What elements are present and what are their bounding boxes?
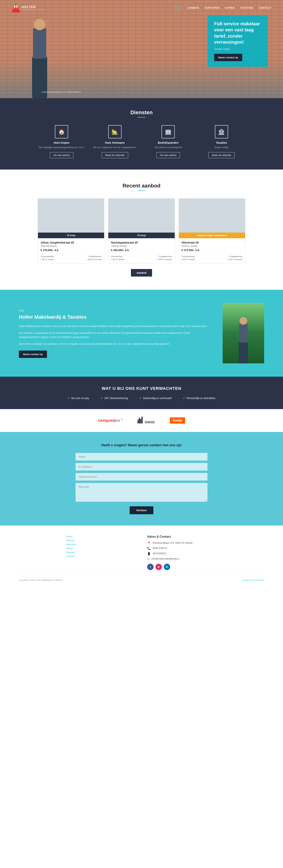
message-input[interactable] — [75, 483, 208, 502]
location-icon: 📍 — [147, 541, 151, 545]
dienst-taxaties-desc: Taxatie nodig? — [198, 146, 246, 149]
property-meta-6: ▪99 m² wonen ▪181 m² perceel — [182, 257, 243, 260]
property-meta-4: ▪90 m² wonen ▪335 m² perceel — [111, 257, 172, 260]
recent-aanbod-section: Recent aanbod Te koop Johan Jongkindstra… — [0, 169, 283, 290]
dienst-card-kopen: 🏠 Huis Kopen Een volledige aankoopbegele… — [38, 125, 86, 158]
mobile-icon: 📱 — [147, 552, 151, 555]
designer-link[interactable]: Designed by clickdesign — [242, 579, 264, 581]
diensten-grid: 🏠 Huis Kopen Een volledige aankoopbegele… — [38, 125, 245, 158]
check-icon-2: ✓ — [100, 397, 103, 400]
contact-form-section: Heeft u vragen? Neem gerust contact met … — [0, 432, 283, 526]
huis-verkopen-icon: 🏡 — [108, 125, 122, 138]
aanbod-divider — [138, 190, 145, 191]
verwachten-label-2: 24/7 dienstverlening — [104, 397, 128, 400]
property-type-1: Tussenwoking — [40, 255, 54, 257]
recent-aanbod-title: Recent aanbod — [15, 183, 268, 189]
email-input[interactable] — [75, 463, 208, 471]
over-section: Over Holter Makelaardij & Taxaties Holte… — [0, 290, 283, 377]
property-img-3 — [179, 198, 245, 232]
property-size-2: 3 slaapkamers — [158, 255, 172, 257]
hero-cta-button[interactable]: Neem contact op — [214, 54, 242, 61]
property-title-1: Johan Jongkindstraat 29 — [40, 241, 101, 244]
partner-funda: funda — [170, 417, 185, 424]
footer-link-contact[interactable]: Contact — [66, 555, 136, 558]
verwachten-label-4: Persoonlijk en betrokken — [187, 397, 216, 400]
property-plot-3: ▪181 m² perceel — [227, 258, 243, 260]
social-icons: f ■ in — [147, 564, 217, 570]
email-text: info@holtermakelaardij.nl — [152, 557, 179, 560]
property-meta-5: Tussenwoking 2 slaapkamers — [182, 253, 243, 257]
partner-nwwi: NWWI — [137, 416, 155, 424]
aanbod-all-button[interactable]: Aanbod — [131, 269, 152, 277]
verwachten-item-2: ✓ 24/7 dienstverlening — [100, 397, 128, 400]
hero-headline: Full service makelaar voor een vast laag… — [214, 21, 261, 45]
footer-link-verkopen[interactable]: Verkopen — [66, 543, 136, 546]
address-text: Rembrandtlaan 372 7606 GX Almelo — [153, 541, 193, 544]
property-img-1 — [38, 198, 104, 232]
name-input[interactable] — [75, 453, 208, 461]
nav-aanbod[interactable]: AANBOD — [187, 6, 199, 10]
hero-watermark: holtermakelaardij.nl ✆ 0546-539475 — [41, 91, 81, 93]
footer-link-home[interactable]: Home — [66, 535, 136, 538]
property-img-2 — [108, 198, 175, 232]
property-meta-3: Hoekwoning 3 slaapkamers — [111, 253, 172, 257]
dienst-taxaties-title: Taxaties — [198, 141, 246, 144]
diensten-section: Diensten 🏠 Huis Kopen Een volledige aank… — [0, 98, 283, 169]
nav-taxaties[interactable]: TAXATIES — [240, 6, 253, 10]
over-contact-button[interactable]: Neem contact op — [19, 350, 47, 358]
partners-section: vastgoedpro ® NWWI funda — [0, 409, 283, 432]
logo[interactable]: H HOLTER MAKELAARDIJ & TAXATIES — [11, 3, 45, 12]
nav-kopen[interactable]: KOPEN — [225, 6, 235, 10]
nav-links: HOME AANBOD VERKOPEN KOPEN TAXATIES CONT… — [174, 6, 272, 10]
dienst-taxaties-btn[interactable]: Maak een afspraak — [208, 152, 235, 158]
verwachten-section: WAT U BIJ ONS KUNT VERWACHTEN ✓ No cure … — [0, 377, 283, 409]
property-card-3: Verkocht onder voorbehoud Olmstraat 28 7… — [179, 198, 245, 264]
verwachten-item-4: ✓ Persoonlijk en betrokken — [183, 397, 216, 400]
dienst-huis-verkopen-desc: Bel ons vrijblijvend voor de mogelijkhed… — [91, 146, 139, 149]
property-card-2: Te koop Nachtegaalstraat 25 7605 BJ Alme… — [108, 198, 175, 264]
property-price-3: € 172.500,- k.k. — [182, 249, 243, 252]
property-badge-2: Te koop — [108, 232, 175, 238]
nav-home[interactable]: HOME — [174, 6, 182, 10]
dienst-huis-kopen-btn[interactable]: Ga naar aanbod — [50, 152, 73, 158]
bedrijfspanden-icon: 🏢 — [161, 125, 175, 138]
footer-mobile: 📱 0653428822 — [147, 552, 217, 555]
contact-form-heading: Heeft u vragen? Neem gerust contact met … — [15, 443, 268, 447]
over-content: Over Holter Makelaardij & Taxaties Holte… — [19, 308, 211, 358]
nav-verkopen[interactable]: VERKOPEN — [205, 6, 220, 10]
property-meta-2: ▪86 m² wonen ▪160 m² perceel — [40, 257, 101, 260]
property-location-2: 7605 BJ Almelo — [111, 245, 172, 247]
hero-overlay: Full service makelaar voor een vast laag… — [208, 15, 268, 67]
phone-input[interactable] — [75, 473, 208, 480]
dienst-bedrijfspanden-btn[interactable]: Ga naar aanbod — [156, 152, 180, 158]
nav-contact[interactable]: CONTACT — [258, 6, 272, 10]
property-plot-1: ▪160 m² perceel — [86, 258, 101, 260]
property-badge-1: Te koop — [38, 232, 104, 238]
footer-link-kopen[interactable]: Kopen — [66, 547, 136, 550]
submit-button[interactable]: Verstuur — [130, 506, 154, 514]
verwachten-item-3: ✓ Deskundig en vertrouwd — [139, 397, 171, 400]
dienst-huis-kopen-title: Huis Kopen — [38, 141, 86, 144]
diensten-title: Diensten — [15, 110, 268, 116]
property-type-2: Hoekwoning — [111, 255, 122, 257]
contact-form: Verstuur — [75, 453, 208, 514]
linkedin-icon[interactable]: in — [164, 564, 170, 570]
dienst-card-taxaties: 🏦 Taxaties Taxatie nodig? Maak een afspr… — [198, 125, 246, 158]
property-price-1: € 279.000,- k.k. — [40, 249, 101, 252]
property-title-3: Olmstraat 28 — [182, 241, 243, 244]
hero-subtitle: Taxatie nodig? — [214, 48, 261, 51]
footer-link-aanbod[interactable]: Aanbod — [66, 539, 136, 542]
property-price-2: € 250.000,- k.k. — [111, 249, 172, 252]
facebook-icon[interactable]: f — [147, 564, 154, 570]
property-plot-2: ▪335 m² perceel — [157, 258, 172, 260]
logo-subtitle: MAKELAARDIJ & TAXATIES — [22, 9, 45, 10]
property-living-2: ▪90 m² wonen — [111, 258, 125, 260]
property-location-1: 7606 KD Almelo — [40, 245, 101, 247]
dienst-card-bedrijfspanden: 🏢 Bedrijfspanden Van kantoor tot winkelp… — [144, 125, 192, 158]
dienst-bedrijfspanden-desc: Van kantoor tot winkelpand! — [144, 146, 192, 149]
over-para-2: Ons kantoor is aangesloten bij de makela… — [19, 331, 211, 339]
designed-by: Designed by clickdesign — [242, 579, 264, 581]
dienst-huis-verkopen-btn[interactable]: Maak een afspraak — [102, 152, 128, 158]
instagram-icon[interactable]: ■ — [155, 564, 162, 570]
footer-link-taxaties[interactable]: Taxaties — [66, 551, 136, 554]
